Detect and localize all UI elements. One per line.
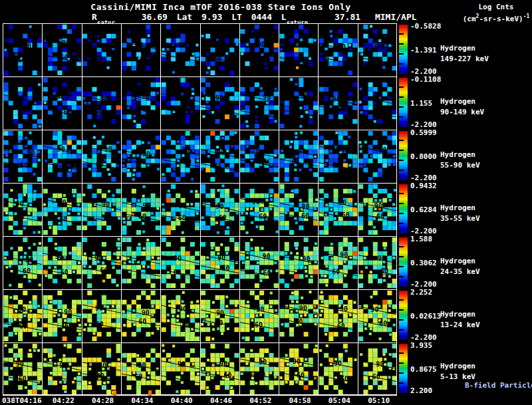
colorbar-tick <box>399 193 404 194</box>
colorbar-tick <box>399 372 404 374</box>
row3-species-label: Hydrogen55-90 keV <box>440 150 480 171</box>
colorbar-row1 <box>399 25 408 74</box>
x-axis-label-4: 04:40 <box>166 396 198 405</box>
row7-species-label: Hydrogen5-13 keV <box>440 361 475 382</box>
colorbar-tick <box>399 266 404 267</box>
cb-mid: 0.8675 <box>410 365 437 374</box>
cb-mid: 0.02613 <box>410 312 441 321</box>
cb-max: 3.935 <box>410 341 432 350</box>
row2-species-label: Hydrogen90-149 keV <box>440 96 484 118</box>
page-subtitle: Rsatur 36.69 Lat 9.93 LT 0444 Lsaturn 37… <box>92 12 421 24</box>
lt-label: LT <box>231 12 242 22</box>
x-axis-label-8: 05:04 <box>323 396 355 405</box>
org-label: MIMI/APL <box>375 12 417 22</box>
x-axis-label-6: 04:52 <box>245 396 277 405</box>
colorbar-row6 <box>399 291 408 340</box>
colorbar-tick <box>399 223 404 224</box>
colorbar-tick <box>399 246 404 247</box>
cb-mid: 1.155 <box>410 99 432 108</box>
colorbar-tick <box>399 160 404 161</box>
colorbar-tick <box>399 140 404 141</box>
colorbar-tick <box>399 309 404 311</box>
l-label: L <box>281 12 287 22</box>
x-axis-label-5: 04:46 <box>205 396 237 405</box>
page-title: Cassini/MIMI Inca mTOF 2016-038 Stare Io… <box>0 2 442 12</box>
colorbar-tick <box>399 86 404 88</box>
cb-mid: 0.3062 <box>410 259 437 267</box>
colorbar-tick <box>399 319 404 321</box>
x-axis-label-2: 04:28 <box>87 396 119 405</box>
cb-min: 2.200 <box>410 386 432 395</box>
cb-mid: 0.8000 <box>410 152 437 161</box>
colorbar-tick <box>399 213 404 214</box>
cb-mid: 0.6284 <box>410 205 437 214</box>
legend-line2: (cm2-sr-s-keV)-1 <box>462 12 531 24</box>
cb-max: 1.588 <box>410 235 432 243</box>
cb-mid: -1.391 <box>410 46 437 55</box>
colorbar-tick <box>399 276 404 277</box>
x-axis-label-7: 04:58 <box>284 396 316 405</box>
lt-value: 0444 <box>251 12 272 22</box>
colorbar-tick <box>399 329 404 331</box>
colorbar-tick <box>399 352 404 354</box>
colorbar-tick <box>399 106 404 108</box>
colorbar-tick <box>399 43 404 45</box>
row1-species-label: Hydrogen149-227 keV <box>440 43 489 65</box>
lat-value: 9.93 <box>201 12 222 22</box>
x-axis-label-9: 05:10 <box>363 396 395 405</box>
cb-max: 0.5999 <box>410 128 437 137</box>
spectrogram-tiles-canvas <box>3 23 397 396</box>
colorbar-tick <box>399 53 404 55</box>
colorbar-tick <box>399 256 404 257</box>
colorbar-tick <box>399 116 404 118</box>
colorbar-row5 <box>399 237 408 287</box>
row5-species-label: Hydrogen24-35 keV <box>440 256 480 277</box>
row6-species-label: Hydrogen13-24 keV <box>440 309 480 331</box>
cb-max: -0.5828 <box>410 22 441 31</box>
colorbar-row4 <box>399 184 408 233</box>
row4-species-label: Hydrogen35-55 keV <box>440 203 480 224</box>
colorbar-tick <box>399 63 404 65</box>
bfield-particle-flow-label: B-field Particle Flow <box>465 381 532 390</box>
legend-line1: Log Cnts <box>462 3 531 12</box>
l-value: 37.81 <box>334 12 360 22</box>
lat-label: Lat <box>177 12 192 22</box>
r-label: R <box>92 12 97 22</box>
x-axis-label-0: 038T04:16 <box>2 396 42 405</box>
spectrogram-page: { "title": { "line1": "Cassini/MIMI Inca… <box>0 0 532 405</box>
cb-max: 0.9432 <box>410 182 437 190</box>
colorbar-tick <box>399 382 404 384</box>
colorbar-tick <box>399 362 404 364</box>
cb-max: 2.252 <box>410 288 432 297</box>
colorbar-tick <box>399 299 404 301</box>
colorbar-row7 <box>399 344 408 393</box>
colorbar-tick <box>399 33 404 35</box>
colorbar-units-legend: Log Cnts (cm2-sr-s-keV)-1 <box>462 3 531 24</box>
colorbar-row2 <box>399 78 408 127</box>
colorbar-tick <box>399 203 404 204</box>
x-axis-label-1: 04:22 <box>47 396 79 405</box>
colorbar-tick <box>399 150 404 151</box>
colorbar-row3 <box>399 131 408 180</box>
colorbar-tick <box>399 170 404 171</box>
x-axis-label-3: 04:34 <box>126 396 158 405</box>
cb-max: -0.1108 <box>410 75 441 84</box>
colorbar-tick <box>399 96 404 98</box>
r-value: 36.69 <box>142 12 168 22</box>
